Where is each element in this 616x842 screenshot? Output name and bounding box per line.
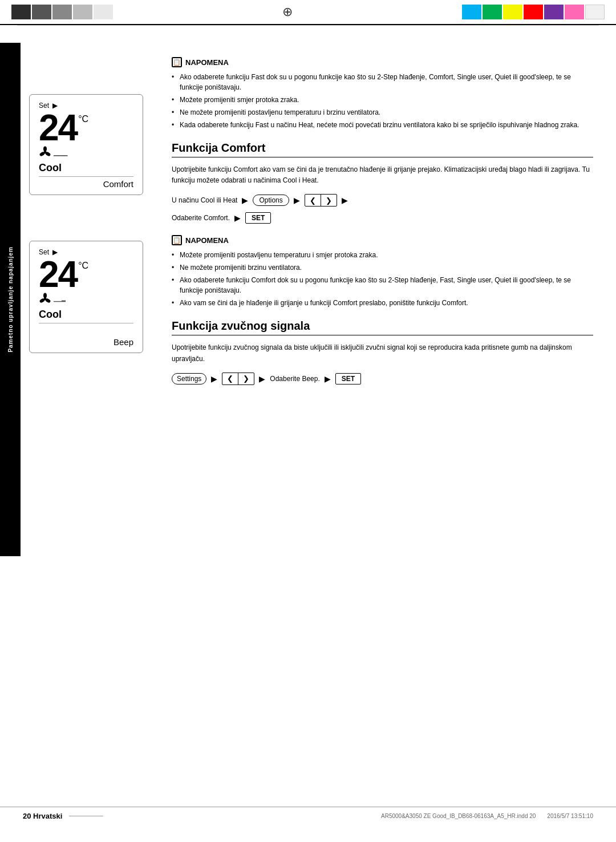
footer-line: [69, 816, 103, 816]
beep-nav-right[interactable]: ❯: [238, 373, 254, 384]
comfort-temp-unit: °C: [78, 114, 88, 124]
color-blocks-right: [462, 5, 605, 19]
crosshair-center: ⊕: [113, 5, 462, 19]
comfort-display-panel: Set ▶ 24 °C ▁▁▁ Cool: [29, 94, 143, 195]
comfort-heading: Funkcija Comfort: [172, 141, 593, 157]
note1-item-2: Možete promijeniti smjer protoka zraka.: [172, 95, 593, 105]
color-blocks-left: [11, 5, 113, 19]
settings-button[interactable]: Settings: [172, 373, 206, 384]
left-diagrams: Set ▶ 24 °C ▁▁▁ Cool: [21, 43, 157, 556]
fan-icon: [39, 146, 51, 159]
footer-file: AR5000&A3050 ZE Good_IB_DB68-06163A_A5_H…: [381, 813, 536, 819]
beep-spacer: [39, 326, 133, 337]
comfort-mode-bars: ▁▁▁: [54, 149, 67, 156]
comfort-temp-num: 24: [39, 110, 77, 146]
color-swatch-green: [483, 5, 502, 19]
comfort-divider: [39, 176, 133, 177]
footer-right: AR5000&A3050 ZE Good_IB_DB68-06163A_A5_H…: [381, 813, 593, 819]
comfort-nav-arrows[interactable]: ❮ ❯: [305, 194, 337, 207]
svg-point-5: [43, 293, 47, 298]
beep-section: Funkcija zvučnog signala Upotrijebite fu…: [172, 319, 593, 384]
note2-title-row: 📋 NAPOMENA: [172, 235, 593, 245]
content-area: Pametno upravljanje napajanjem Set ▶ 24 …: [0, 43, 616, 556]
note2-item-4: Ako vam se čini da je hlađenje ili grija…: [172, 298, 593, 308]
options-button[interactable]: Options: [253, 195, 289, 206]
comfort-cool-label: Cool: [39, 162, 133, 174]
color-swatch-purple: [544, 5, 564, 19]
beep-display-panel: Set ▶ 24 °C ▁▁▂ Cool: [29, 241, 143, 353]
comfort-bottom-label: Comfort: [39, 179, 133, 189]
beep-cool-label: Cool: [39, 309, 133, 321]
comfort-instruction-2: Odaberite Comfort. ▶ SET: [172, 212, 593, 224]
color-swatch-red: [524, 5, 543, 19]
comfort-section: Funkcija Comfort Upotrijebite funkciju C…: [172, 141, 593, 224]
color-swatch-cyan: [462, 5, 481, 19]
note2-item-1: Možete promijeniti postavljenu temperatu…: [172, 250, 593, 260]
beep-set-button[interactable]: SET: [335, 373, 361, 384]
note1-title: NAPOMENA: [185, 58, 229, 67]
note1-item-3: Ne možete promijeniti postavljenu temper…: [172, 107, 593, 118]
right-content: 📋 NAPOMENA Ako odaberete funkciju Fast d…: [157, 43, 616, 556]
beep-heading: Funkcija zvučnog signala: [172, 319, 593, 335]
comfort-set-button[interactable]: SET: [245, 212, 271, 224]
beep-arrow-1: ▶: [211, 374, 217, 383]
crosshair-icon: ⊕: [282, 5, 293, 19]
comfort-flow-text-1: U načinu Cool ili Heat: [172, 196, 237, 204]
beep-instruction: Settings ▶ ❮ ❯ ▶ Odaberite Beep. ▶ SET: [172, 373, 593, 385]
note1-icon: 📋: [172, 57, 182, 67]
comfort-flow-arrow-2: ▶: [294, 196, 300, 205]
beep-nav-left[interactable]: ❮: [222, 373, 238, 384]
note1-item-1: Ako odaberete funkciju Fast dok su u pog…: [172, 72, 593, 92]
beep-fan-icon: [39, 293, 51, 305]
comfort-flow-arrow-1: ▶: [242, 196, 248, 205]
beep-temp-num: 24: [39, 256, 77, 293]
color-swatch-yellow: [503, 5, 522, 19]
beep-flow-text: Odaberite Beep.: [270, 375, 319, 383]
beep-bottom-label: Beep: [39, 337, 133, 347]
footer-date: 2016/5/7 13:51:10: [547, 813, 593, 819]
page-wrapper: ⊕ Pametno upravljanje napajanjem Set: [0, 0, 616, 842]
beep-temp-area: 24 °C: [39, 256, 133, 293]
comfort-nav-right[interactable]: ❯: [321, 195, 337, 207]
note-box-2: 📋 NAPOMENA Možete promijeniti postavljen…: [172, 235, 593, 308]
beep-arrow-2: ▶: [259, 374, 265, 383]
sidebar-label: Pametno upravljanje napajanjem: [7, 246, 14, 353]
beep-temp-unit: °C: [78, 261, 88, 271]
beep-body: Upotrijebite funkciju zvučnog signala da…: [172, 342, 593, 364]
color-swatch-light: [585, 5, 605, 19]
color-swatch-lightgray: [73, 5, 92, 19]
footer-page-number: 20 Hrvatski: [23, 812, 62, 820]
comfort-flow-arrow-4: ▶: [234, 213, 241, 222]
beep-mode-bars: ▁▁▂: [54, 296, 66, 302]
color-swatch-darkgray: [32, 5, 51, 19]
color-swatch-black: [11, 5, 31, 19]
color-swatch-pink: [565, 5, 584, 19]
comfort-body: Upotrijebite funkciju Comfort ako vam se…: [172, 164, 593, 186]
beep-divider: [39, 323, 133, 323]
note1-item-4: Kada odaberete funkciju Fast u načinu He…: [172, 120, 593, 130]
note2-title: NAPOMENA: [185, 236, 229, 245]
note2-item-3: Ako odaberete funkciju Comfort dok su u …: [172, 275, 593, 295]
note1-title-row: 📋 NAPOMENA: [172, 57, 593, 67]
note-box-1: 📋 NAPOMENA Ako odaberete funkciju Fast d…: [172, 57, 593, 130]
sidebar-strip: Pametno upravljanje napajanjem: [0, 43, 21, 556]
color-swatch-gray: [52, 5, 72, 19]
comfort-temp-area: 24 °C: [39, 110, 133, 146]
footer-left: 20 Hrvatski: [23, 812, 103, 820]
note2-icon: 📋: [172, 235, 182, 245]
color-swatch-white: [94, 5, 113, 19]
comfort-instruction-1: U načinu Cool ili Heat ▶ Options ▶ ❮ ❯ ▶: [172, 194, 593, 207]
footer: 20 Hrvatski AR5000&A3050 ZE Good_IB_DB68…: [0, 807, 616, 825]
svg-point-1: [43, 147, 47, 152]
note1-list: Ako odaberete funkciju Fast dok su u pog…: [172, 72, 593, 130]
comfort-nav-left[interactable]: ❮: [305, 195, 321, 207]
comfort-flow-arrow-3: ▶: [342, 196, 348, 205]
beep-nav-arrows[interactable]: ❮ ❯: [222, 373, 254, 385]
beep-arrow-3: ▶: [325, 374, 331, 383]
comfort-flow-text-2: Odaberite Comfort.: [172, 214, 230, 222]
note2-list: Možete promijeniti postavljenu temperatu…: [172, 250, 593, 308]
spacer-top: [0, 26, 616, 43]
note2-item-2: Ne možete promijeniti brzinu ventilatora…: [172, 262, 593, 273]
